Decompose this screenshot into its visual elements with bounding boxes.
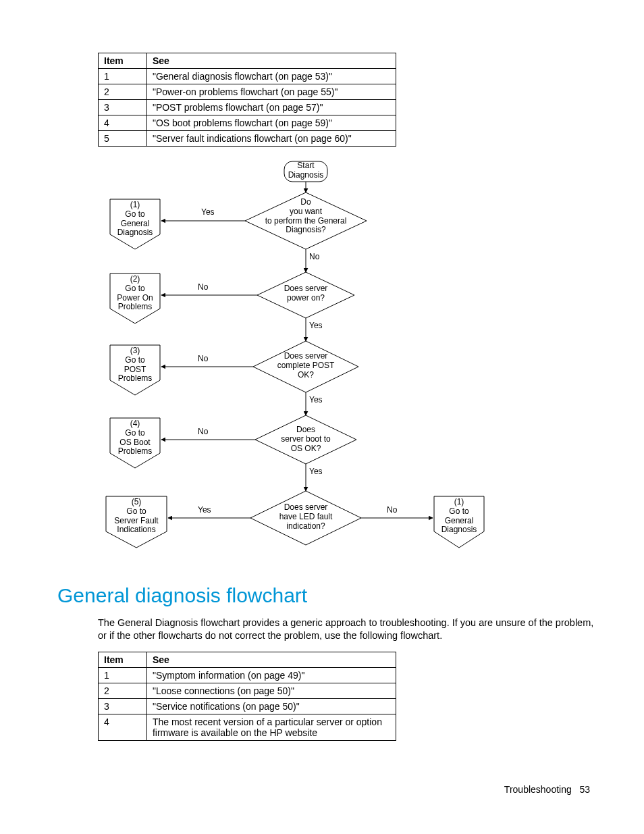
- cell-item: 3: [99, 698, 147, 714]
- edge-label-no: No: [198, 354, 218, 363]
- footer-section: Troubleshooting: [504, 784, 572, 795]
- node-d3-text: Does servercomplete POSTOK?: [260, 352, 352, 380]
- node-start-text: StartDiagnosis: [279, 161, 333, 180]
- table-row: 1"General diagnosis flowchart (on page 5…: [99, 69, 396, 84]
- table-row: 3"Service notifications (on page 50)": [99, 698, 396, 714]
- cell-see: "General diagnosis flowchart (on page 53…: [146, 69, 396, 84]
- page-content: Item See 1"General diagnosis flowchart (…: [98, 53, 594, 741]
- ref-table-1: Item See 1"General diagnosis flowchart (…: [98, 53, 396, 147]
- cell-see: "Loose connections (on page 50)": [146, 683, 396, 698]
- node-d2-text: Does serverpower on?: [262, 284, 350, 303]
- start-diagnosis-flowchart: StartDiagnosis Doyou wantto perform the …: [103, 159, 502, 571]
- table-header-row: Item See: [99, 53, 396, 69]
- ref-table-2: Item See 1"Symptom information (on page …: [98, 652, 396, 741]
- cell-see: "Symptom information (on page 49)": [146, 667, 396, 683]
- cell-item: 1: [99, 69, 147, 84]
- node-r1-text: (1)Go toGeneralDiagnosis: [110, 201, 160, 238]
- table-row: 4The most recent version of a particular…: [99, 714, 396, 740]
- edge-label-yes: Yes: [198, 505, 221, 515]
- table-row: 2"Power-on problems flowchart (on page 5…: [99, 84, 396, 100]
- node-r2-text: (2)Go toPower OnProblems: [110, 275, 160, 312]
- node-r1b-text: (1)Go toGeneralDiagnosis: [434, 498, 484, 535]
- cell-item: 5: [99, 131, 147, 147]
- cell-see: The most recent version of a particular …: [146, 714, 396, 740]
- table-header-item: Item: [99, 652, 147, 667]
- cell-item: 1: [99, 667, 147, 683]
- flowchart-svg: StartDiagnosis Doyou wantto perform the …: [103, 159, 502, 571]
- footer-page-number: 53: [579, 784, 590, 795]
- cell-see: "Power-on problems flowchart (on page 55…: [146, 84, 396, 100]
- cell-item: 2: [99, 84, 147, 100]
- cell-see: "Service notifications (on page 50)": [146, 698, 396, 714]
- table-row: 2"Loose connections (on page 50)": [99, 683, 396, 698]
- node-r3-text: (3)Go toPOSTProblems: [110, 346, 160, 384]
- edge-label-yes: Yes: [309, 467, 329, 476]
- page: Item See 1"General diagnosis flowchart (…: [0, 0, 644, 834]
- cell-item: 2: [99, 683, 147, 698]
- table-row: 4"OS boot problems flowchart (on page 59…: [99, 115, 396, 131]
- edge-label-yes: Yes: [201, 207, 228, 217]
- node-d1-text: Doyou wantto perform the GeneralDiagnosi…: [248, 198, 363, 235]
- table-row: 3"POST problems flowchart (on page 57)": [99, 100, 396, 115]
- page-footer: Troubleshooting 53: [504, 784, 590, 795]
- table-header-see: See: [146, 652, 396, 667]
- cell-see: "OS boot problems flowchart (on page 59)…: [146, 115, 396, 131]
- node-r4-text: (4)Go toOS BootProblems: [110, 419, 160, 457]
- edge-label-no: No: [198, 427, 218, 436]
- table-row: 1"Symptom information (on page 49)": [99, 667, 396, 683]
- table-header-row: Item See: [99, 652, 396, 667]
- cell-see: "POST problems flowchart (on page 57)": [146, 100, 396, 115]
- section-title: General diagnosis flowchart: [57, 584, 594, 607]
- cell-item: 3: [99, 100, 147, 115]
- edge-label-no: No: [198, 282, 218, 292]
- edge-label-no: No: [309, 252, 329, 261]
- cell-item: 4: [99, 115, 147, 131]
- table-row: 5"Server fault indications flowchart (on…: [99, 131, 396, 147]
- node-d4-text: Doesserver boot toOS OK?: [262, 425, 350, 453]
- edge-label-no: No: [387, 505, 407, 515]
- cell-item: 4: [99, 714, 147, 740]
- cell-see: "Server fault indications flowchart (on …: [146, 131, 396, 147]
- edge-label-yes: Yes: [309, 395, 329, 405]
- node-d5-text: Does serverhave LED faultindication?: [259, 503, 353, 531]
- table-header-item: Item: [99, 53, 147, 69]
- table-header-see: See: [146, 53, 396, 69]
- section-body: The General Diagnosis flowchart provides…: [98, 617, 594, 642]
- edge-label-yes: Yes: [309, 321, 329, 330]
- node-r5-text: (5)Go toServer FaultIndications: [106, 498, 167, 535]
